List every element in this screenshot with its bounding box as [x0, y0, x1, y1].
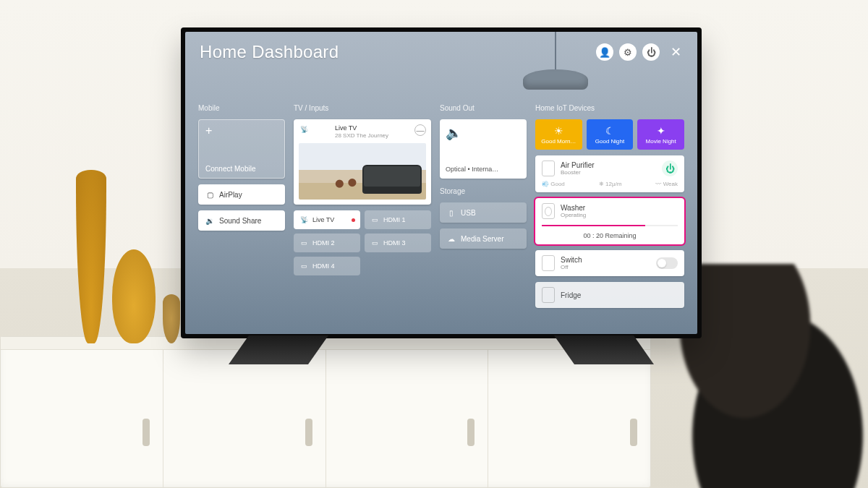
- broadcast-icon: 📡: [299, 215, 309, 225]
- sound-out-value: Optical • Interna…: [446, 166, 521, 173]
- live-tv-title: Live TV: [335, 124, 388, 132]
- scene-movie-night[interactable]: ✦Movie Night: [637, 119, 684, 150]
- connect-mobile-card[interactable]: + Connect Mobile: [198, 119, 285, 179]
- usb-icon: ▯: [446, 207, 456, 218]
- switch-toggle[interactable]: [656, 257, 678, 269]
- switch-icon: [542, 255, 555, 271]
- scene-good-morning[interactable]: ☀Good Morn…: [535, 119, 582, 150]
- live-tv-thumbnail: [299, 143, 426, 200]
- airplay-button[interactable]: ▢ AirPlay: [198, 184, 285, 205]
- connect-mobile-label: Connect Mobile: [205, 165, 255, 173]
- hdmi-icon: ▭: [370, 238, 380, 248]
- decor-vase: [76, 170, 106, 343]
- device-fridge[interactable]: Fridge: [535, 282, 684, 308]
- input-hdmi2[interactable]: ▭HDMI 2: [294, 234, 360, 252]
- decor-vase: [112, 249, 156, 343]
- device-switch[interactable]: Switch Off: [535, 250, 684, 276]
- hdmi-icon: ▭: [299, 261, 309, 271]
- air-purifier-icon: [542, 160, 555, 176]
- close-icon[interactable]: ✕: [668, 45, 683, 59]
- tv-screen: Home Dashboard 👤 ⚙ ⏻ ✕ Mobile + Connect …: [185, 32, 697, 334]
- section-label-sound: Sound Out: [440, 104, 527, 112]
- hdmi-icon: ▭: [299, 238, 309, 248]
- washer-icon: [542, 203, 555, 219]
- input-hdmi1[interactable]: ▭HDMI 1: [365, 210, 431, 229]
- fridge-icon: [542, 287, 555, 303]
- washer-progress-bar: [542, 225, 678, 226]
- section-label-storage: Storage: [440, 187, 527, 195]
- power-icon[interactable]: ⏻: [642, 43, 660, 61]
- star-icon: ✦: [657, 125, 665, 137]
- storage-media-server[interactable]: ☁Media Server: [440, 228, 527, 249]
- live-tv-card[interactable]: 📡 Live TV 28 SXD The Journey —: [294, 119, 431, 205]
- server-icon: ☁: [446, 234, 456, 244]
- plus-icon: +: [205, 125, 212, 137]
- speaker-icon: 🔈: [446, 125, 521, 141]
- decor-vase: [163, 294, 180, 343]
- sound-share-icon: 🔉: [205, 215, 215, 226]
- airplay-label: AirPlay: [219, 191, 242, 199]
- scene-good-night[interactable]: ☾Good Night: [587, 119, 634, 150]
- sound-out-card[interactable]: 🔈 Optical • Interna…: [440, 119, 527, 179]
- sound-share-button[interactable]: 🔉 Sound Share: [198, 210, 285, 231]
- room-background: Home Dashboard 👤 ⚙ ⏻ ✕ Mobile + Connect …: [0, 0, 868, 488]
- account-icon[interactable]: 👤: [596, 43, 613, 61]
- sun-icon: ☀: [554, 125, 563, 137]
- power-toggle-icon[interactable]: ⏻: [662, 160, 678, 176]
- settings-icon[interactable]: ⚙: [619, 43, 637, 61]
- device-air-purifier[interactable]: Air Purifier Booster ⏻ 💨 Good ❄ 12μ/m 〰 …: [535, 155, 684, 192]
- moon-icon: ☾: [605, 125, 615, 137]
- input-live-tv[interactable]: 📡 Live TV: [294, 210, 360, 229]
- broadcast-icon: 📡: [299, 124, 309, 134]
- section-label-iot: Home IoT Devices: [535, 104, 684, 112]
- furniture-credenza: [0, 336, 651, 488]
- input-hdmi3[interactable]: ▭HDMI 3: [365, 234, 431, 252]
- collapse-icon[interactable]: —: [414, 124, 426, 136]
- sound-share-label: Sound Share: [219, 217, 261, 225]
- input-hdmi4[interactable]: ▭HDMI 4: [294, 257, 360, 275]
- washer-time-remaining: 00 : 20 Remaining: [542, 231, 678, 239]
- tv-frame: Home Dashboard 👤 ⚙ ⏻ ✕ Mobile + Connect …: [181, 27, 702, 338]
- storage-usb[interactable]: ▯USB: [440, 202, 527, 223]
- page-title: Home Dashboard: [200, 42, 339, 62]
- section-label-tv: TV / Inputs: [294, 104, 431, 112]
- section-label-mobile: Mobile: [198, 104, 285, 112]
- airplay-icon: ▢: [205, 189, 215, 200]
- active-indicator: [352, 218, 355, 222]
- device-washer[interactable]: Washer Operating 00 : 20 Remaining: [535, 198, 684, 244]
- hdmi-icon: ▭: [370, 215, 380, 225]
